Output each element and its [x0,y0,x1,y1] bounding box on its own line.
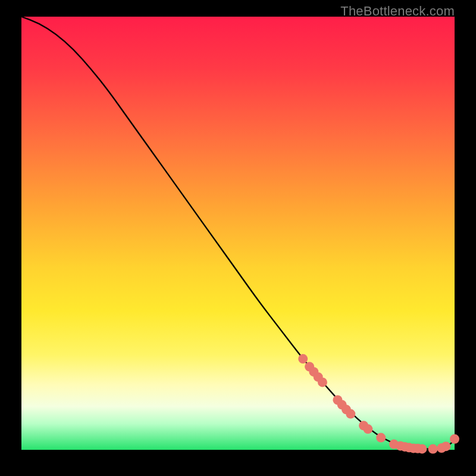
chart-markers [298,354,459,453]
chart-marker [298,354,308,364]
bottleneck-curve [21,17,455,449]
chart-marker [318,377,327,387]
chart-marker [428,444,438,454]
chart-marker [363,424,372,434]
chart-overlay [21,17,455,450]
chart-frame: TheBottleneck.com [0,0,476,476]
chart-marker [376,433,386,443]
chart-marker [417,444,427,453]
chart-marker [450,434,459,444]
chart-marker [441,441,450,451]
chart-marker [346,409,355,419]
